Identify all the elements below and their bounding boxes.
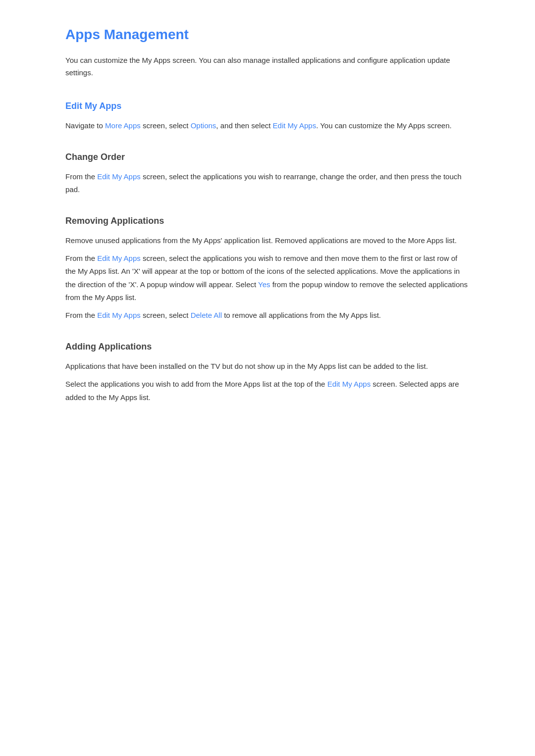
paragraph-change-order-1: From the Edit My Apps screen, select the… [65, 170, 470, 197]
link-edit-my-apps-4[interactable]: Edit My Apps [97, 311, 141, 319]
link-options[interactable]: Options [191, 121, 216, 130]
section-adding-applications: Adding Applications Applications that ha… [65, 340, 470, 404]
link-edit-my-apps-1[interactable]: Edit My Apps [273, 121, 317, 130]
paragraph-removing-3: From the Edit My Apps screen, select Del… [65, 309, 470, 322]
link-edit-my-apps-2[interactable]: Edit My Apps [97, 172, 141, 181]
paragraph-removing-2: From the Edit My Apps screen, select the… [65, 252, 470, 304]
paragraph-edit-my-apps-1: Navigate to More Apps screen, select Opt… [65, 119, 470, 132]
paragraph-adding-2: Select the applications you wish to add … [65, 378, 470, 404]
link-yes[interactable]: Yes [258, 280, 270, 289]
section-change-order: Change Order From the Edit My Apps scree… [65, 150, 470, 196]
section-edit-my-apps: Edit My Apps Navigate to More Apps scree… [65, 99, 470, 132]
section-title-removing-applications: Removing Applications [65, 214, 470, 228]
page-container: Apps Management You can customize the My… [30, 0, 505, 446]
link-edit-my-apps-3[interactable]: Edit My Apps [97, 254, 141, 262]
paragraph-removing-1: Remove unused applications from the My A… [65, 234, 470, 247]
section-body-edit-my-apps: Navigate to More Apps screen, select Opt… [65, 119, 470, 132]
section-removing-applications: Removing Applications Remove unused appl… [65, 214, 470, 322]
section-body-removing-applications: Remove unused applications from the My A… [65, 234, 470, 322]
page-description: You can customize the My Apps screen. Yo… [65, 54, 470, 79]
section-body-adding-applications: Applications that have been installed on… [65, 360, 470, 404]
section-title-edit-my-apps: Edit My Apps [65, 99, 470, 113]
section-body-change-order: From the Edit My Apps screen, select the… [65, 170, 470, 197]
page-title: Apps Management [65, 24, 470, 46]
section-title-adding-applications: Adding Applications [65, 340, 470, 354]
link-delete-all[interactable]: Delete All [191, 311, 222, 319]
paragraph-adding-1: Applications that have been installed on… [65, 360, 470, 373]
link-more-apps-1[interactable]: More Apps [105, 121, 141, 130]
link-edit-my-apps-5[interactable]: Edit My Apps [327, 380, 371, 388]
section-title-change-order: Change Order [65, 150, 470, 164]
